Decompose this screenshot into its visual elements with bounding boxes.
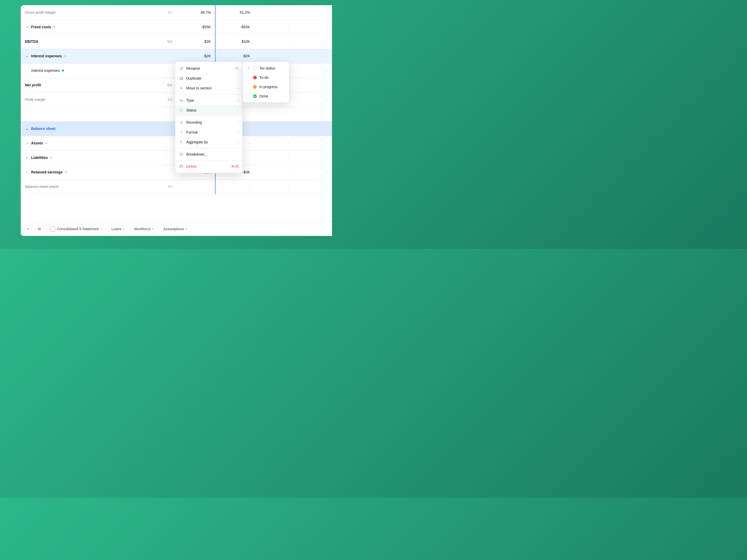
row-value-col3: -	[254, 165, 293, 179]
status-item-no-status[interactable]: ✓ No status	[243, 63, 289, 73]
plus-icon: +	[27, 226, 29, 231]
submenu-arrow-icon: ›	[237, 98, 239, 102]
move-icon	[179, 86, 184, 90]
status-dot	[64, 55, 66, 57]
submenu-arrow-icon: ›	[237, 140, 239, 144]
breakdown-icon	[179, 152, 184, 157]
menu-item-type[interactable]: % Type ›	[175, 96, 242, 105]
consolidated-tab-label: Consolidated 3-Statement	[57, 227, 99, 231]
menu-item-status[interactable]: Status ›	[175, 105, 242, 115]
format-label: Format	[186, 130, 235, 134]
row-value-col3: -	[254, 179, 293, 194]
table-area: Gross profit margin f(x) 49.7% 51.2% - -…	[21, 5, 332, 221]
menu-item-rounding[interactable]: # Rounding ›	[175, 117, 242, 127]
rename-label: Rename	[186, 66, 232, 71]
rename-icon	[179, 66, 184, 71]
row-value-col2: 51.2%	[215, 5, 254, 20]
tab-assumptions[interactable]: Assumptions ▾	[160, 225, 190, 233]
menu-divider-1	[175, 94, 242, 95]
row-value-col4: -	[293, 78, 332, 92]
status-dot	[50, 157, 52, 159]
row-label-text: EBITDA	[25, 39, 38, 44]
row-label-ebitda: EBITDA f(x)	[21, 34, 176, 49]
status-item-todo[interactable]: To-do	[243, 73, 289, 82]
row-value-col4: -	[293, 20, 332, 34]
status-dot	[62, 70, 64, 72]
type-icon: %	[179, 98, 184, 103]
row-value-col2: $10K	[215, 34, 254, 49]
menu-item-breakdown[interactable]: Breakdown...	[175, 149, 242, 159]
menu-item-duplicate[interactable]: Duplicate	[175, 73, 242, 83]
row-label-text: Net profit	[25, 83, 41, 87]
menu-item-move-to-section[interactable]: Move to section ›	[175, 83, 242, 93]
type-label: Type	[186, 98, 235, 102]
submenu-arrow-icon: ›	[237, 120, 239, 125]
delete-shortcut: ⌘⌫	[231, 165, 239, 168]
status-dot	[53, 26, 55, 28]
row-value-col4: -	[293, 92, 332, 107]
row-label-text: Balance sheet check	[25, 185, 58, 189]
check-icon: ✓	[247, 66, 251, 70]
tab-workforce[interactable]: Workforce ▾	[131, 225, 157, 233]
menu-item-format[interactable]: I Format ›	[175, 127, 242, 137]
rounding-icon: #	[179, 120, 184, 125]
page-icon	[50, 226, 55, 232]
duplicate-icon	[179, 76, 184, 81]
expand-icon[interactable]: ›	[25, 141, 29, 145]
row-label-text: Assets	[31, 141, 43, 145]
done-dot	[253, 95, 257, 98]
row-value-col4: -	[293, 150, 332, 165]
status-item-done[interactable]: Done	[243, 91, 289, 101]
row-value-col3: -	[254, 136, 293, 150]
chevron-down-icon: ▾	[100, 228, 102, 230]
status-icon	[179, 108, 184, 112]
rename-shortcut: F2	[235, 66, 239, 70]
row-value-col1: -	[176, 179, 215, 194]
row-label-gross-profit-margin: Gross profit margin f(x)	[21, 5, 176, 20]
row-label-retained-earnings: › Retained earnings	[21, 165, 176, 179]
workforce-tab-label: Workforce	[134, 227, 151, 231]
row-value-col3: -	[254, 20, 293, 34]
svg-marker-3	[180, 153, 183, 156]
duplicate-label: Duplicate	[186, 76, 239, 80]
rounding-label: Rounding	[186, 120, 235, 125]
formula-label: f(x)	[167, 83, 172, 87]
chevron-down-icon: ▾	[152, 228, 154, 230]
expand-icon[interactable]: ›	[25, 156, 29, 160]
expand-icon[interactable]: ›	[25, 25, 29, 29]
status-label: Status	[186, 108, 235, 112]
row-label-interest-expenses: ⌄ Interest expenses	[21, 49, 176, 63]
menu-divider-2	[175, 116, 242, 116]
svg-point-2	[180, 109, 183, 112]
expand-icon[interactable]: ›	[25, 170, 29, 174]
add-tab-button[interactable]: +	[24, 225, 32, 233]
row-value-col3: -	[254, 34, 293, 49]
chevron-down-icon: ▾	[186, 228, 187, 230]
section-expand-icon[interactable]: ⌄	[25, 127, 29, 131]
status-item-in-progress[interactable]: In progress	[243, 82, 289, 91]
svg-rect-1	[180, 77, 182, 79]
row-label-text: Liabilities	[31, 156, 48, 160]
status-dot	[65, 171, 67, 173]
tab-loans[interactable]: Loans ▾	[108, 225, 128, 233]
row-value-col1: -$55K	[176, 20, 215, 34]
expand-icon[interactable]: ⌄	[25, 54, 29, 58]
formula-label: f(x)	[168, 98, 172, 101]
row-label-text: Interest expenses	[31, 69, 60, 73]
todo-label: To-do	[259, 76, 268, 80]
tab-consolidated[interactable]: Consolidated 3-Statement ▾	[47, 224, 105, 233]
menu-item-delete[interactable]: Delete ⌘⌫	[175, 161, 242, 171]
menu-item-aggregate-by[interactable]: Σ Aggregate by ›	[175, 137, 242, 147]
done-label: Done	[259, 94, 268, 98]
row-label-net-profit: Net profit f(x)	[21, 78, 176, 92]
svg-rect-6	[38, 229, 41, 229]
formula-label: f(x)	[167, 40, 172, 43]
table-row: EBITDA f(x) $2K $10K - -	[21, 34, 332, 49]
menu-button[interactable]	[35, 225, 44, 233]
table-row: › Fixed costs -$55K -$55K - -	[21, 20, 332, 34]
row-label-text: Fixed costs	[31, 25, 51, 29]
menu-item-rename[interactable]: Rename F2	[175, 63, 242, 73]
status-dot	[45, 142, 47, 144]
context-menu: Rename F2 Duplicate Move to section ›	[175, 62, 242, 173]
row-value-col4: -	[293, 34, 332, 49]
